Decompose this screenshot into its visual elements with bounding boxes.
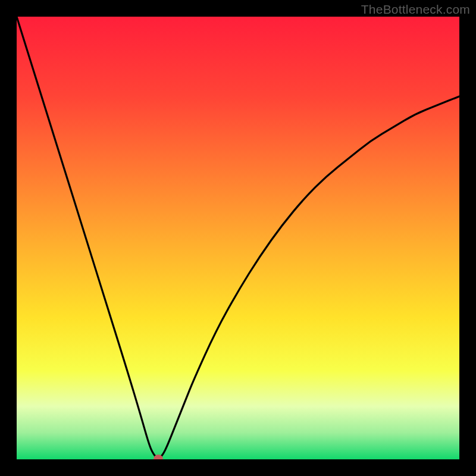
bottleneck-curve bbox=[17, 17, 459, 459]
chart-frame: TheBottleneck.com bbox=[0, 0, 476, 476]
plot-area bbox=[17, 17, 459, 459]
watermark-text: TheBottleneck.com bbox=[361, 2, 470, 17]
